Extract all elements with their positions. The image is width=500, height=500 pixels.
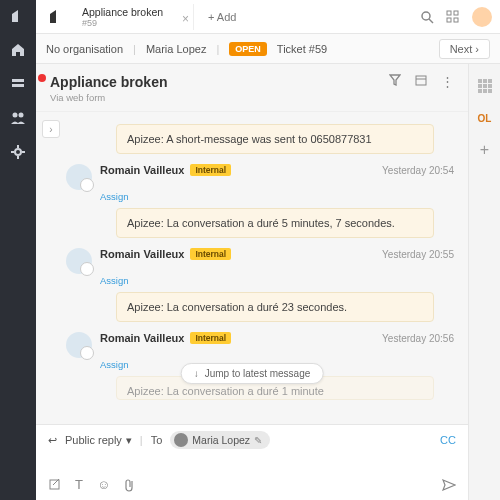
compose-textarea[interactable] <box>48 449 456 477</box>
profile-avatar[interactable] <box>472 7 492 27</box>
admin-gear-icon[interactable] <box>10 144 26 160</box>
format-text-icon[interactable]: T <box>75 477 83 492</box>
page-title: Appliance broken <box>50 74 167 90</box>
message-body: Apizee: La conversation a duré 5 minutes… <box>116 208 434 238</box>
download-arrow-icon: ↓ <box>194 368 199 379</box>
status-badge: OPEN <box>229 42 267 56</box>
customers-icon[interactable] <box>10 110 26 126</box>
internal-note: Apizee: A short-message was sent to 0650… <box>116 124 434 154</box>
composer: ↩ Public reply ▾ | To Maria Lopez ✎ CC <box>36 424 468 500</box>
to-label: To <box>151 434 163 446</box>
close-tab-icon[interactable]: × <box>182 12 189 26</box>
message-list: › Apizee: A short-message was sent to 06… <box>36 112 468 424</box>
ticket-header: Appliance broken Via web form ⋮ <box>36 64 468 112</box>
crumb-org[interactable]: No organisation <box>46 43 123 55</box>
svg-rect-1 <box>12 84 24 87</box>
internal-tag: Internal <box>190 164 231 176</box>
left-nav-rail <box>0 0 36 500</box>
unread-dot-icon <box>38 74 46 82</box>
app-shortcut-icon[interactable]: OL <box>477 110 493 126</box>
message-body: Apizee: La conversation a duré 23 second… <box>116 292 434 322</box>
send-icon[interactable] <box>442 479 456 491</box>
internal-tag: Internal <box>190 248 231 260</box>
ticket-tab[interactable]: Appliance broken #59 × <box>74 4 194 30</box>
tab-bar: Appliance broken #59 × + Add <box>36 0 500 34</box>
message: Romain VailleuxInternalYesterday 20:55As… <box>66 248 454 322</box>
assign-link[interactable]: Assign <box>100 275 454 286</box>
svg-point-2 <box>13 113 18 118</box>
svg-rect-19 <box>478 79 482 83</box>
svg-rect-22 <box>478 84 482 88</box>
apps-rail: OL + <box>468 64 500 500</box>
message: Romain VailleuxInternalYesterday 20:54As… <box>66 164 454 238</box>
add-app-icon[interactable]: + <box>477 142 493 158</box>
recipient-avatar-icon <box>174 433 188 447</box>
jump-to-latest-button[interactable]: ↓ Jump to latest message <box>181 363 324 384</box>
ticket-via: Via web form <box>50 92 167 103</box>
crumb-user[interactable]: Maria Lopez <box>146 43 207 55</box>
svg-rect-21 <box>488 79 492 83</box>
internal-tag: Internal <box>190 332 231 344</box>
insert-link-icon[interactable] <box>48 478 61 491</box>
author-avatar[interactable] <box>66 164 92 190</box>
chevron-down-icon: ▾ <box>126 434 132 447</box>
recipient-chip[interactable]: Maria Lopez ✎ <box>170 431 270 449</box>
reply-type-selector[interactable]: Public reply ▾ <box>65 434 132 447</box>
author-avatar[interactable] <box>66 248 92 274</box>
svg-point-4 <box>15 149 21 155</box>
apps-grid-icon[interactable] <box>477 78 493 94</box>
home-icon[interactable] <box>10 42 26 58</box>
svg-rect-24 <box>488 84 492 88</box>
svg-rect-12 <box>454 11 458 15</box>
message-time: Yesterday 20:54 <box>382 165 454 176</box>
add-tab-button[interactable]: + Add <box>200 7 244 27</box>
breadcrumb: No organisation | Maria Lopez | OPEN Tic… <box>36 34 500 64</box>
svg-line-10 <box>429 19 433 23</box>
views-icon[interactable] <box>10 76 26 92</box>
filter-icon[interactable] <box>389 74 401 89</box>
crumb-ticket[interactable]: Ticket #59 <box>277 43 327 55</box>
svg-rect-25 <box>478 89 482 93</box>
svg-rect-17 <box>50 480 59 489</box>
tab-title: Appliance broken <box>82 6 177 18</box>
svg-rect-15 <box>416 76 426 85</box>
svg-rect-0 <box>12 79 24 82</box>
svg-point-9 <box>422 12 430 20</box>
product-tab-icon[interactable] <box>44 5 68 29</box>
next-button[interactable]: Next › <box>439 39 490 59</box>
search-icon[interactable] <box>420 10 434 24</box>
author-avatar[interactable] <box>66 332 92 358</box>
svg-rect-11 <box>447 11 451 15</box>
svg-rect-26 <box>483 89 487 93</box>
collapse-chevron-icon[interactable]: › <box>42 120 60 138</box>
author-name[interactable]: Romain Vailleux <box>100 332 184 344</box>
cc-button[interactable]: CC <box>440 434 456 446</box>
more-icon[interactable]: ⋮ <box>441 74 454 89</box>
message-time: Yesterday 20:56 <box>382 333 454 344</box>
reply-arrow-icon[interactable]: ↩ <box>48 434 57 447</box>
attachment-icon[interactable] <box>124 478 135 492</box>
svg-rect-23 <box>483 84 487 88</box>
events-icon[interactable] <box>415 74 427 89</box>
svg-rect-27 <box>488 89 492 93</box>
svg-rect-14 <box>454 18 458 22</box>
emoji-icon[interactable]: ☺ <box>97 477 110 492</box>
tab-subtitle: #59 <box>82 18 177 28</box>
logo-icon[interactable] <box>10 8 26 24</box>
assign-link[interactable]: Assign <box>100 191 454 202</box>
message-time: Yesterday 20:55 <box>382 249 454 260</box>
svg-rect-20 <box>483 79 487 83</box>
svg-point-3 <box>19 113 24 118</box>
author-name[interactable]: Romain Vailleux <box>100 248 184 260</box>
svg-rect-13 <box>447 18 451 22</box>
apps-grid-icon[interactable] <box>446 10 460 24</box>
author-name[interactable]: Romain Vailleux <box>100 164 184 176</box>
edit-recipient-icon[interactable]: ✎ <box>254 435 262 446</box>
